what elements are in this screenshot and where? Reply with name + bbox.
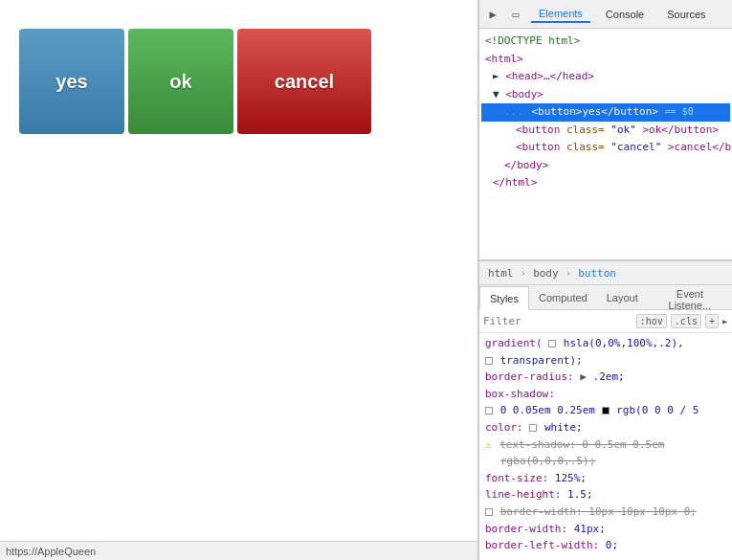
style-border-left-width: border-left-width: 0; <box>483 537 728 554</box>
dom-body-close: </body> <box>481 157 730 175</box>
dom-html-close: </html> <box>481 174 730 192</box>
devtools-panel: ▶ ▭ Elements Console Sources <!DOCTYPE h… <box>478 0 732 560</box>
styles-content: gradient( hsla(0,0%,100%,.2), transparen… <box>479 333 732 560</box>
style-transparent: transparent); <box>483 352 728 370</box>
property-checkbox[interactable] <box>485 407 493 414</box>
color-swatch-black[interactable] <box>602 407 610 414</box>
tab-layout[interactable]: Layout <box>597 285 648 309</box>
device-icon[interactable]: ▭ <box>508 7 523 22</box>
dom-html-open[interactable]: <html> <box>481 51 730 69</box>
breadcrumb-button[interactable]: button <box>575 266 619 280</box>
style-color: color: white; <box>483 419 728 437</box>
filter-add-button[interactable]: + <box>705 314 719 328</box>
tab-console[interactable]: Console <box>598 7 652 22</box>
style-line-height: line-height: 1.5; <box>483 486 728 504</box>
elements-panel: <!DOCTYPE html> <html> ► <head>…</head> … <box>479 29 732 260</box>
breadcrumb-bar: html › body › button <box>479 260 732 285</box>
filter-hov-button[interactable]: :hov <box>636 314 667 328</box>
status-url: https://AppleQueen <box>6 546 96 557</box>
style-border-width-strike: border-width: 10px 10px 10px 0; <box>483 504 728 521</box>
status-bar: https://AppleQueen <box>0 541 477 560</box>
tab-sources[interactable]: Sources <box>659 7 713 22</box>
color-swatch-white[interactable] <box>529 424 537 432</box>
warning-icon: ⚠ <box>485 438 492 451</box>
tab-styles[interactable]: Styles <box>479 286 529 310</box>
tab-event-listeners[interactable]: Event Listene... <box>648 285 732 309</box>
tab-computed[interactable]: Computed <box>529 285 597 309</box>
color-swatch[interactable] <box>548 340 556 347</box>
filter-bar: :hov .cls + ► <box>479 310 732 333</box>
filter-input[interactable] <box>483 315 632 327</box>
dom-head[interactable]: ► <head>…</head> <box>481 68 730 86</box>
property-checkbox-2[interactable] <box>485 508 493 516</box>
ok-button[interactable]: ok <box>128 29 233 134</box>
style-box-shadow-val: 0 0.05em 0.25em rgb(0 0 0 / 5 <box>483 402 728 419</box>
filter-cls-button[interactable]: .cls <box>671 314 701 328</box>
browser-viewport: yes ok cancel https://AppleQueen <box>0 0 478 560</box>
dom-body-open[interactable]: ▼ <body> <box>481 86 730 104</box>
style-font-size: font-size: 125%; <box>483 470 728 487</box>
yes-button[interactable]: yes <box>19 29 124 134</box>
color-swatch-transparent[interactable] <box>485 357 493 365</box>
cancel-button[interactable]: cancel <box>237 29 371 134</box>
style-gradient: gradient( hsla(0,0%,100%,.2), <box>483 335 728 352</box>
filter-more-button[interactable]: ► <box>722 316 728 326</box>
styles-tabs: Styles Computed Layout Event Listene... <box>479 285 732 310</box>
tab-elements[interactable]: Elements <box>531 6 590 23</box>
dom-button-cancel[interactable]: <button class= "cancel" >cancel</but <box>481 139 730 157</box>
dom-doctype: <!DOCTYPE html> <box>481 33 730 51</box>
style-box-shadow: box-shadow: <box>483 386 728 403</box>
breadcrumb-html[interactable]: html <box>485 266 517 280</box>
devtools-toolbar: ▶ ▭ Elements Console Sources <box>479 0 732 29</box>
style-border-radius: border-radius: ▶ .2em; <box>483 369 728 386</box>
style-border-width: border-width: 41px; <box>483 521 728 538</box>
inspect-icon[interactable]: ▶ <box>485 7 500 22</box>
style-text-shadow-warn: ⚠ text-shadow: 0 0.5em 0.5em <box>483 437 728 454</box>
style-text-shadow-val: rgba(0,0,0,.5); <box>483 453 728 470</box>
button-row: yes ok cancel <box>19 29 371 134</box>
dom-button-yes[interactable]: ... <button>yes</button> == $0 <box>481 103 730 122</box>
dom-button-ok[interactable]: <button class= "ok" >ok</button> <box>481 122 730 140</box>
breadcrumb-body[interactable]: body <box>530 266 562 280</box>
